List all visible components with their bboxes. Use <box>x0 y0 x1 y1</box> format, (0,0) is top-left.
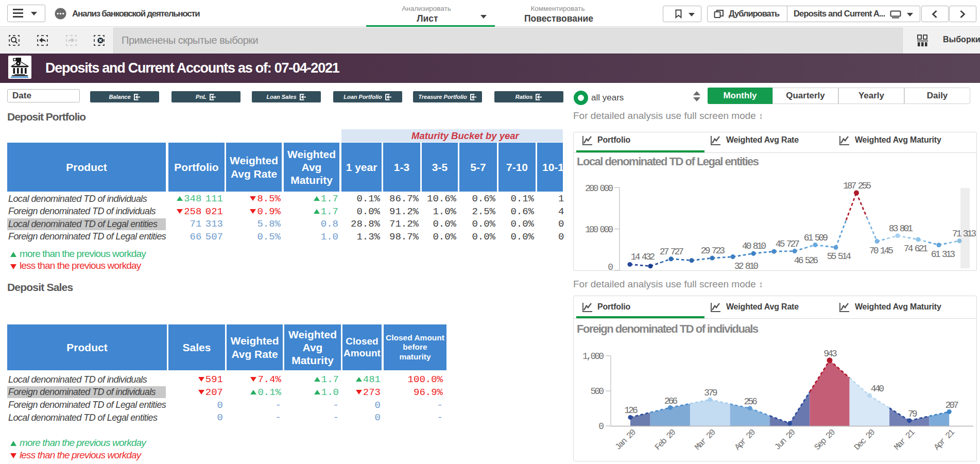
svg-text:256: 256 <box>744 397 757 407</box>
svg-text:100 000: 100 000 <box>585 225 613 235</box>
svg-text:187 255: 187 255 <box>843 181 871 191</box>
svg-text:0: 0 <box>598 421 604 432</box>
svg-text:61 509: 61 509 <box>804 233 828 243</box>
svg-text:55 514: 55 514 <box>827 251 851 262</box>
svg-text:207: 207 <box>945 400 958 410</box>
svg-text:Jun 20: Jun 20 <box>772 427 797 452</box>
svg-text:27 727: 27 727 <box>660 247 684 257</box>
svg-text:Sep 20: Sep 20 <box>813 427 837 452</box>
svg-text:32 810: 32 810 <box>734 261 759 271</box>
svg-text:200 000: 200 000 <box>585 183 613 194</box>
svg-text:Mar 21: Mar 21 <box>892 427 917 452</box>
svg-text:500: 500 <box>591 386 604 397</box>
svg-text:79: 79 <box>908 409 917 419</box>
svg-text:266: 266 <box>664 396 678 406</box>
svg-text:Jan 20: Jan 20 <box>613 427 638 452</box>
svg-text:70 145: 70 145 <box>869 246 893 256</box>
svg-text:Feb 20: Feb 20 <box>653 427 678 452</box>
svg-text:71 313: 71 313 <box>952 229 976 239</box>
svg-text:46 526: 46 526 <box>794 255 818 266</box>
svg-text:0: 0 <box>608 262 613 271</box>
svg-text:943: 943 <box>823 349 837 359</box>
svg-text:Apr 20: Apr 20 <box>733 427 758 452</box>
svg-text:45 727: 45 727 <box>776 239 800 249</box>
svg-text:29 723: 29 723 <box>701 246 725 256</box>
svg-text:Dec 20: Dec 20 <box>852 427 877 452</box>
svg-text:83 801: 83 801 <box>889 224 913 234</box>
svg-text:61 313: 61 313 <box>931 249 955 260</box>
svg-text:74 621: 74 621 <box>904 244 928 254</box>
svg-text:Mar 20: Mar 20 <box>693 427 717 452</box>
svg-text:1,000: 1,000 <box>582 351 604 362</box>
svg-text:Apr 21: Apr 21 <box>932 427 957 452</box>
svg-text:126: 126 <box>624 405 638 416</box>
svg-text:40 810: 40 810 <box>742 241 766 251</box>
svg-text:379: 379 <box>704 388 717 398</box>
svg-text:14 432: 14 432 <box>631 252 655 262</box>
svg-text:440: 440 <box>871 384 884 394</box>
